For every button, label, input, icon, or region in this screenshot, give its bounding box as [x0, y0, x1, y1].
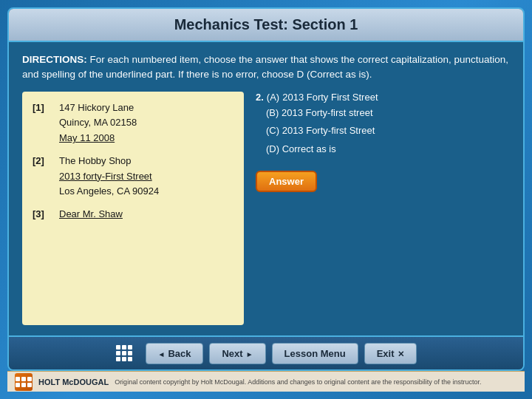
- directions-label: DIRECTIONS:: [22, 54, 87, 65]
- exit-icon: [398, 348, 404, 359]
- item-num-1: [1]: [33, 100, 53, 146]
- answer-button[interactable]: Answer: [256, 171, 317, 192]
- back-arrow-icon: [158, 348, 166, 359]
- item-1-line-2: Quincy, MA 02158: [59, 115, 233, 131]
- outer-wrapper: Mechanics Test: Section 1 DIRECTIONS: Fo…: [0, 0, 532, 399]
- list-item: [1] 147 Hickory Lane Quincy, MA 02158 Ma…: [33, 100, 233, 146]
- nav-bar: Back Next Lesson Menu Exit: [9, 335, 523, 369]
- option-a-label: (A): [267, 92, 279, 103]
- copyright-text: Original content copyright by Holt McDou…: [115, 378, 517, 386]
- item-num-2: [2]: [33, 154, 53, 200]
- card-title: Mechanics Test: Section 1: [9, 9, 523, 42]
- answer-option-d: (D) Correct as is: [266, 142, 510, 157]
- exit-label: Exit: [377, 348, 395, 359]
- option-d-label: (D): [266, 143, 282, 154]
- directions-body: For each numbered item, choose the answe…: [22, 54, 508, 80]
- item-num-3: [3]: [33, 207, 53, 222]
- item-2-line-3: Los Angeles, CA 90924: [59, 184, 233, 200]
- item-3-line-1: Dear Mr. Shaw: [59, 207, 233, 222]
- item-2-line-2: 2013 forty-First Street: [59, 169, 233, 185]
- back-button[interactable]: Back: [146, 343, 204, 364]
- item-text-2: The Hobby Shop 2013 forty-First Street L…: [59, 154, 233, 200]
- question-number: 2.: [256, 92, 264, 103]
- logo-grid-icon: [16, 377, 32, 387]
- next-button[interactable]: Next: [209, 343, 265, 364]
- answer-option-b: (B) 2013 Forty-first street: [266, 106, 510, 121]
- exit-button[interactable]: Exit: [364, 343, 417, 364]
- card-body: DIRECTIONS: For each numbered item, choo…: [9, 42, 523, 335]
- option-b-label: (B): [266, 107, 282, 118]
- option-c-label: (C): [266, 125, 282, 136]
- footer: HOLT McDOUGAL Original content copyright…: [7, 371, 525, 392]
- content-area: [1] 147 Hickory Lane Quincy, MA 02158 Ma…: [22, 92, 510, 326]
- item-2-line-1: The Hobby Shop: [59, 154, 233, 169]
- answer-option-c: (C) 2013 Forty-first Street: [266, 123, 510, 139]
- right-panel: 2. (A) 2013 Forty First Street (B) 2013 …: [256, 92, 510, 326]
- back-label: Back: [168, 348, 191, 359]
- option-a-text: 2013 Forty First Street: [282, 92, 378, 103]
- main-card: Mechanics Test: Section 1 DIRECTIONS: Fo…: [7, 7, 525, 371]
- next-label: Next: [222, 348, 242, 359]
- brand-name: HOLT McDOUGAL: [38, 378, 109, 386]
- item-1-line-3: May 11 2008: [59, 131, 233, 146]
- left-panel: [1] 147 Hickory Lane Quincy, MA 02158 Ma…: [22, 92, 244, 326]
- item-text-3: Dear Mr. Shaw: [59, 207, 233, 222]
- list-item: [3] Dear Mr. Shaw: [33, 207, 233, 222]
- item-1-line-1: 147 Hickory Lane: [59, 100, 233, 116]
- logo-icon: [15, 373, 33, 391]
- question-header: 2. (A) 2013 Forty First Street: [256, 92, 510, 103]
- item-text-1: 147 Hickory Lane Quincy, MA 02158 May 11…: [59, 100, 233, 146]
- lesson-menu-button[interactable]: Lesson Menu: [272, 343, 358, 364]
- list-item: [2] The Hobby Shop 2013 forty-First Stre…: [33, 154, 233, 200]
- next-arrow-icon: [246, 348, 253, 359]
- directions-text: DIRECTIONS: For each numbered item, choo…: [22, 52, 510, 83]
- grid-icon: [116, 345, 132, 361]
